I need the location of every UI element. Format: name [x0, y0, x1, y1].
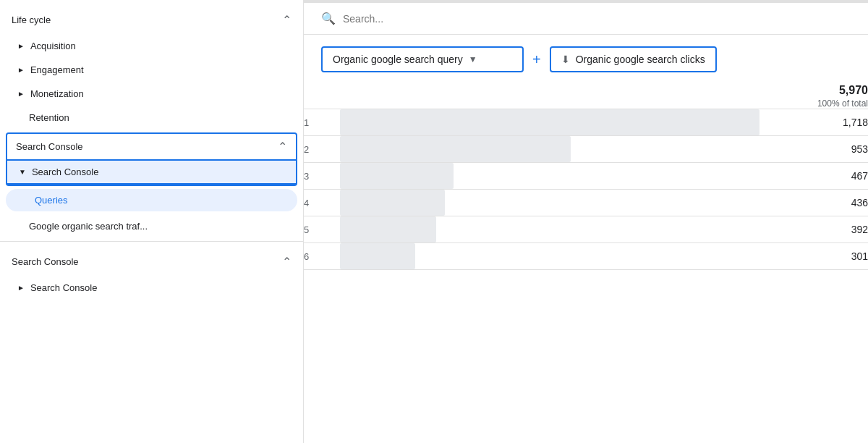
search-console-subsection-item[interactable]: ▼ Search Console	[6, 159, 297, 185]
query-bar	[340, 109, 760, 135]
bottom-search-console-section: Search Console ⌃ ► Search Console	[0, 245, 303, 303]
bullet-icon: ►	[17, 42, 25, 50]
query-bar-cell	[340, 136, 760, 163]
sidebar-divider	[0, 241, 303, 242]
metric-chip[interactable]: ⬇ Organic google search clicks	[550, 46, 717, 72]
add-filter-button[interactable]: +	[532, 51, 541, 68]
bottom-sc-label: Search Console	[12, 256, 79, 267]
search-icon: 🔍	[321, 12, 336, 25]
table-header-row: 5,970 100% of total	[304, 84, 868, 109]
total-header: 5,970 100% of total	[760, 84, 868, 109]
dropdown-arrow-icon: ▼	[469, 54, 477, 64]
clicks-cell: 392	[760, 216, 868, 243]
search-input[interactable]	[343, 13, 851, 25]
query-bar	[340, 163, 454, 189]
table-row: 6 301	[304, 243, 868, 270]
clicks-cell: 467	[760, 163, 868, 190]
query-col-header	[340, 84, 760, 109]
main-content: 🔍 Organic google search query ▼ + ⬇ Orga…	[304, 0, 868, 443]
sidebar-item-engagement[interactable]: ► Engagement	[0, 58, 303, 82]
query-bar	[340, 216, 436, 242]
row-num-cell: 1	[304, 109, 340, 136]
row-num-cell: 3	[304, 163, 340, 190]
sidebar-item-acquisition[interactable]: ► Acquisition	[0, 34, 303, 58]
lifecycle-chevron-icon: ⌃	[282, 13, 292, 27]
clicks-cell: 301	[760, 243, 868, 270]
clicks-cell: 1,718	[760, 109, 868, 136]
row-num-cell: 5	[304, 216, 340, 243]
query-bar-cell	[340, 163, 760, 190]
table-row: 2 953	[304, 136, 868, 163]
filters-row: Organic google search query ▼ + ⬇ Organi…	[304, 35, 868, 84]
total-value: 5,970	[760, 84, 868, 97]
data-table: 5,970 100% of total 1 1,718 2 953 3 467	[304, 84, 868, 270]
search-console-section-label: Search Console	[16, 141, 83, 152]
query-bar	[340, 243, 415, 269]
row-num-header	[304, 84, 340, 109]
monetization-label: Monetization	[30, 88, 84, 99]
lifecycle-label: Life cycle	[12, 14, 51, 25]
sidebar-item-monetization[interactable]: ► Monetization	[0, 82, 303, 106]
row-num-cell: 4	[304, 190, 340, 216]
metric-chip-label: Organic google search clicks	[576, 54, 705, 65]
query-bar-cell	[340, 216, 760, 243]
search-bar: 🔍	[304, 3, 868, 35]
filter-chip-label: Organic google search query	[333, 54, 463, 65]
clicks-cell: 953	[760, 136, 868, 163]
bottom-sc-subsection-label: Search Console	[30, 282, 98, 293]
subsection-bullet-icon: ▼	[19, 168, 26, 176]
sidebar: Life cycle ⌃ ► Acquisition ► Engagement …	[0, 0, 304, 443]
retention-label: Retention	[29, 112, 69, 123]
row-num-cell: 6	[304, 243, 340, 270]
row-num-cell: 2	[304, 136, 340, 163]
clicks-cell: 436	[760, 190, 868, 216]
lifecycle-section-header[interactable]: Life cycle ⌃	[0, 6, 303, 34]
sort-down-icon: ⬇	[561, 54, 570, 65]
table-row: 1 1,718	[304, 109, 868, 136]
search-console-chevron-icon: ⌃	[278, 140, 287, 153]
query-bar	[340, 136, 571, 162]
query-bar	[340, 190, 445, 216]
table-row: 4 436	[304, 190, 868, 216]
bottom-bullet-icon: ►	[17, 284, 25, 292]
search-console-header[interactable]: Search Console ⌃	[7, 134, 296, 159]
organic-query-filter-chip[interactable]: Organic google search query ▼	[321, 46, 524, 72]
table-row: 3 467	[304, 163, 868, 190]
query-bar-cell	[340, 109, 760, 136]
sidebar-item-queries[interactable]: Queries	[6, 189, 297, 211]
bullet-icon: ►	[17, 90, 25, 98]
search-console-subsection-label: Search Console	[32, 166, 99, 177]
table-row: 5 392	[304, 216, 868, 243]
total-pct: 100% of total	[817, 98, 868, 109]
query-bar-cell	[340, 243, 760, 270]
bottom-sc-header[interactable]: Search Console ⌃	[0, 248, 303, 276]
engagement-label: Engagement	[30, 64, 84, 75]
bullet-icon: ►	[17, 66, 25, 74]
acquisition-label: Acquisition	[30, 41, 76, 51]
google-organic-label: Google organic search traf...	[29, 221, 148, 232]
search-console-section: Search Console ⌃ ▼ Search Console	[6, 132, 297, 186]
query-bar-cell	[340, 190, 760, 216]
bottom-sc-subsection-item[interactable]: ► Search Console	[0, 276, 303, 300]
queries-label: Queries	[35, 195, 68, 206]
sidebar-item-google-organic[interactable]: Google organic search traf...	[0, 214, 303, 238]
bottom-sc-chevron-icon: ⌃	[282, 255, 292, 269]
sidebar-item-retention[interactable]: Retention	[0, 106, 303, 130]
